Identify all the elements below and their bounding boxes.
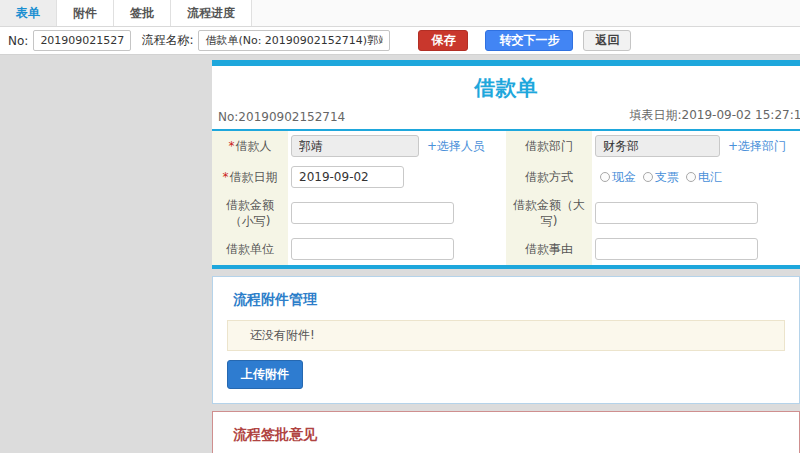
top-toolbar: No: 流程名称: 保存 转交下一步 返回 bbox=[0, 27, 800, 55]
radio-option-cheque[interactable]: 支票 bbox=[643, 169, 679, 186]
tab-attachment[interactable]: 附件 bbox=[57, 0, 114, 26]
no-input[interactable] bbox=[33, 30, 131, 51]
amount-big-label: 借款金额（大写) bbox=[512, 197, 586, 229]
approval-opinion-panel: 流程签批意见 B I abc ✎ ∞ ∞ ⚑ ≡ ☰ ⇤ ⇥ bbox=[212, 411, 800, 453]
form-meta-row: No:20190902152714 填表日期:2019-09-02 15:27:… bbox=[212, 105, 800, 131]
department-input[interactable] bbox=[595, 135, 720, 157]
radio-option-wire[interactable]: 电汇 bbox=[686, 169, 722, 186]
attachment-panel-heading: 流程附件管理 bbox=[233, 291, 785, 309]
process-name-input[interactable] bbox=[198, 30, 390, 51]
amount-big-label-cell: 借款金额（大写) bbox=[506, 193, 592, 233]
borrow-method-radio-group: 现金 支票 电汇 bbox=[595, 169, 722, 186]
borrower-value-cell: +选择人员 bbox=[288, 131, 506, 161]
approval-panel-heading: 流程签批意见 bbox=[233, 426, 785, 444]
save-button[interactable]: 保存 bbox=[418, 30, 468, 51]
tab-form[interactable]: 表单 bbox=[0, 0, 57, 26]
borrow-method-label: 借款方式 bbox=[525, 169, 573, 185]
amount-small-label-cell: 借款金额（小写) bbox=[212, 193, 288, 233]
screen: 表单 附件 签批 流程进度 No: 流程名称: 保存 转交下一步 返回 借款单 … bbox=[0, 0, 800, 453]
tab-process-progress[interactable]: 流程进度 bbox=[171, 0, 252, 26]
borrow-unit-value-cell bbox=[288, 233, 506, 265]
amount-small-label: 借款金额（小写) bbox=[218, 197, 282, 229]
amount-small-value-cell bbox=[288, 193, 506, 233]
attachment-panel: 流程附件管理 还没有附件! 上传附件 bbox=[212, 276, 800, 404]
form-number-text: No:20190902152714 bbox=[218, 110, 345, 124]
borrower-input[interactable] bbox=[291, 135, 419, 157]
borrow-reason-label-cell: 借款事由 bbox=[506, 233, 592, 265]
department-label-cell: 借款部门 bbox=[506, 131, 592, 161]
borrow-date-label: 借款日期 bbox=[230, 170, 278, 184]
radio-icon[interactable] bbox=[600, 172, 610, 182]
form-title: 借款单 bbox=[212, 66, 800, 105]
no-label: No: bbox=[8, 34, 28, 48]
borrower-label-cell: *借款人 bbox=[212, 131, 288, 161]
borrow-unit-input[interactable] bbox=[291, 238, 454, 260]
select-department-link[interactable]: +选择部门 bbox=[728, 138, 786, 155]
form-fill-date-text: 填表日期:2019-09-02 15:27:14 bbox=[630, 107, 800, 124]
borrow-unit-label-cell: 借款单位 bbox=[212, 233, 288, 265]
radio-icon[interactable] bbox=[686, 172, 696, 182]
borrow-method-label-cell: 借款方式 bbox=[506, 161, 592, 193]
panel-bottom-accent-bar bbox=[212, 265, 800, 269]
content-area: 借款单 No:20190902152714 填表日期:2019-09-02 15… bbox=[0, 55, 800, 453]
process-name-label: 流程名称: bbox=[141, 32, 193, 49]
tab-approval[interactable]: 签批 bbox=[114, 0, 171, 26]
form-fields-grid: *借款人 +选择人员 借款部门 +选择部门 *借款日期 bbox=[212, 131, 800, 265]
radio-icon[interactable] bbox=[643, 172, 653, 182]
loan-form-panel: 借款单 No:20190902152714 填表日期:2019-09-02 15… bbox=[212, 60, 800, 269]
borrow-date-label-cell: *借款日期 bbox=[212, 161, 288, 193]
select-person-link[interactable]: +选择人员 bbox=[427, 138, 485, 155]
borrow-reason-label: 借款事由 bbox=[525, 241, 573, 257]
amount-big-value-cell bbox=[592, 193, 800, 233]
no-attachment-alert: 还没有附件! bbox=[227, 320, 785, 351]
amount-small-input[interactable] bbox=[291, 202, 454, 224]
borrow-date-input[interactable] bbox=[291, 166, 404, 188]
department-value-cell: +选择部门 bbox=[592, 131, 800, 161]
radio-option-cash[interactable]: 现金 bbox=[600, 169, 636, 186]
borrow-date-value-cell bbox=[288, 161, 506, 193]
borrower-label: 借款人 bbox=[236, 139, 272, 153]
back-button[interactable]: 返回 bbox=[583, 30, 631, 51]
required-mark: * bbox=[223, 170, 229, 184]
amount-big-input[interactable] bbox=[595, 202, 758, 224]
tab-bar: 表单 附件 签批 流程进度 bbox=[0, 0, 800, 27]
next-step-button[interactable]: 转交下一步 bbox=[485, 30, 573, 51]
upload-attachment-button[interactable]: 上传附件 bbox=[227, 360, 303, 389]
borrow-method-value-cell: 现金 支票 电汇 bbox=[592, 161, 800, 193]
department-label: 借款部门 bbox=[525, 138, 573, 154]
borrow-reason-input[interactable] bbox=[595, 238, 758, 260]
required-mark: * bbox=[229, 139, 235, 153]
borrow-reason-value-cell bbox=[592, 233, 800, 265]
borrow-unit-label: 借款单位 bbox=[226, 241, 274, 257]
